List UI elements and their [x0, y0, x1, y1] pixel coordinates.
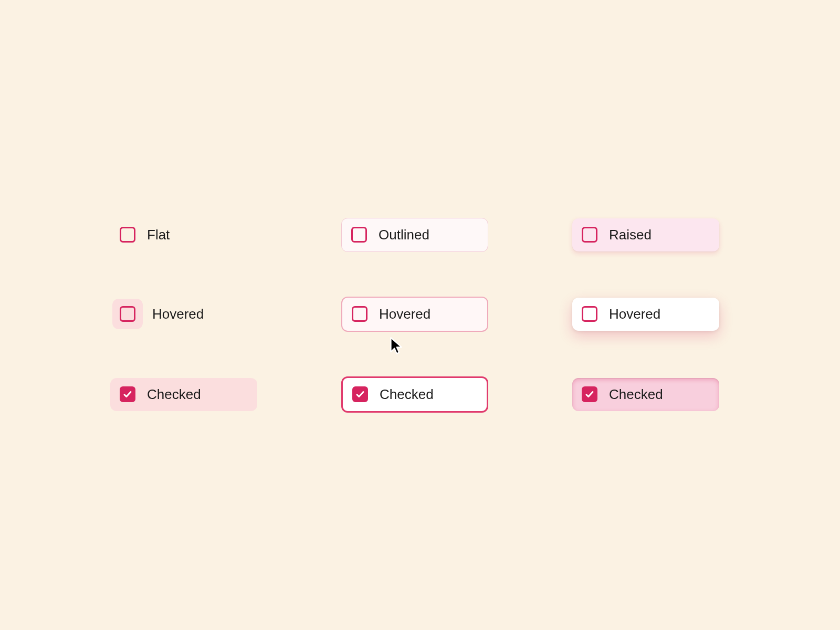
checkbox-checked-icon: [582, 386, 597, 402]
checkbox-label: Outlined: [379, 227, 429, 243]
checkbox-label: Raised: [609, 227, 652, 243]
checkbox-raised-default[interactable]: Raised: [572, 218, 719, 251]
checkbox-label: Flat: [147, 227, 170, 243]
checkbox-hover-highlight: [112, 299, 143, 329]
checkbox-outlined-default[interactable]: Outlined: [341, 218, 488, 252]
checkbox-unchecked-icon: [582, 306, 597, 322]
checkbox-flat-default[interactable]: Flat: [110, 218, 257, 251]
checkbox-label: Hovered: [609, 306, 660, 322]
checkbox-unchecked-icon: [352, 306, 368, 322]
checkbox-outlined-hovered[interactable]: Hovered: [341, 297, 488, 332]
checkbox-outlined-checked[interactable]: Checked: [341, 376, 488, 413]
checkbox-flat-hovered[interactable]: Hovered: [110, 298, 257, 331]
checkbox-checked-icon: [120, 386, 135, 402]
checkbox-raised-checked[interactable]: Checked: [572, 378, 719, 411]
checkbox-raised-hovered[interactable]: Hovered: [572, 298, 719, 331]
checkbox-unchecked-icon: [120, 306, 135, 322]
checkbox-checked-icon: [352, 386, 368, 402]
checkbox-unchecked-icon: [582, 227, 597, 243]
checkbox-unchecked-icon: [120, 227, 135, 243]
checkbox-flat-checked[interactable]: Checked: [110, 378, 257, 411]
checkbox-unchecked-icon: [351, 227, 367, 243]
checkbox-label: Checked: [147, 386, 201, 403]
cursor-icon: [388, 337, 407, 355]
checkbox-label: Hovered: [152, 306, 204, 322]
checkbox-label: Hovered: [379, 306, 430, 322]
checkbox-variants-grid: Flat Outlined Raised Hovered: [110, 218, 730, 413]
checkbox-label: Checked: [380, 386, 434, 403]
checkbox-label: Checked: [609, 386, 663, 403]
